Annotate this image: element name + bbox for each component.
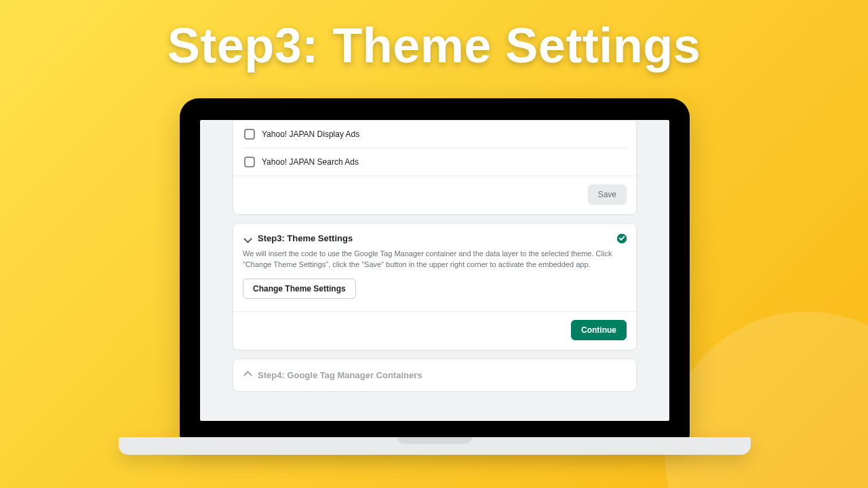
chevron-down-icon[interactable] [243, 234, 252, 243]
decor-circle [665, 312, 868, 488]
page-title: Step3: Theme Settings [0, 18, 868, 73]
option-label: Yahoo! JAPAN Display Ads [262, 129, 359, 139]
option-row-display-ads[interactable]: Yahoo! JAPAN Display Ads [243, 121, 627, 148]
change-theme-settings-button[interactable]: Change Theme Settings [243, 279, 356, 299]
save-button[interactable]: Save [588, 184, 627, 205]
section-title-step4: Step4: Google Tag Manager Containers [258, 370, 422, 380]
card-step3-theme-settings: Step3: Theme Settings We will insert the… [233, 223, 637, 350]
app-page: Yahoo! JAPAN Display Ads Yahoo! JAPAN Se… [200, 120, 669, 421]
laptop-screen: Yahoo! JAPAN Display Ads Yahoo! JAPAN Se… [200, 120, 669, 421]
section-description: We will insert the code to use the Googl… [243, 249, 627, 270]
laptop-mockup: Yahoo! JAPAN Display Ads Yahoo! JAPAN Se… [180, 98, 690, 443]
checkbox-search-ads[interactable] [244, 157, 255, 167]
card-step4-gtm-containers[interactable]: Step4: Google Tag Manager Containers [233, 359, 637, 392]
option-label: Yahoo! JAPAN Search Ads [262, 157, 359, 167]
laptop-lid: Yahoo! JAPAN Display Ads Yahoo! JAPAN Se… [180, 98, 690, 443]
laptop-notch [397, 437, 472, 444]
checkbox-display-ads[interactable] [244, 129, 255, 140]
status-complete-icon [617, 234, 627, 243]
continue-button[interactable]: Continue [571, 320, 627, 340]
chevron-up-icon[interactable] [243, 370, 252, 380]
card-ad-options: Yahoo! JAPAN Display Ads Yahoo! JAPAN Se… [233, 120, 637, 215]
laptop-base [119, 437, 751, 455]
option-row-search-ads[interactable]: Yahoo! JAPAN Search Ads [243, 148, 627, 176]
section-title-step3: Step3: Theme Settings [258, 233, 353, 243]
